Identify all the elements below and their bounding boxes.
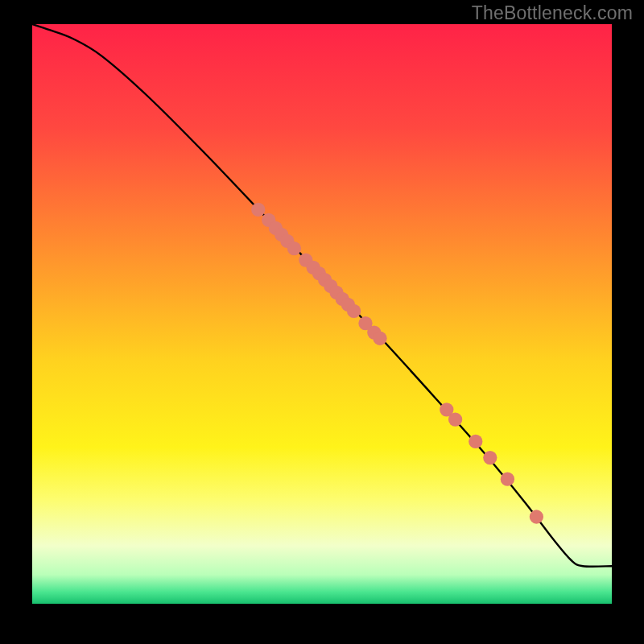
highlighted-points [251, 203, 543, 524]
attribution-text: TheBottleneck.com [472, 2, 633, 24]
marker-point [373, 332, 386, 345]
marker-point [501, 473, 514, 486]
marker-point [530, 510, 543, 523]
marker-point [469, 435, 482, 448]
marker-point [251, 203, 265, 217]
marker-point [483, 451, 497, 464]
chart-svg [32, 24, 612, 604]
bottleneck-curve [32, 24, 612, 567]
chart-frame: TheBottleneck.com [0, 0, 644, 644]
plot-area [32, 24, 612, 604]
marker-point [287, 242, 301, 255]
marker-point [448, 412, 462, 426]
marker-point [347, 304, 361, 318]
